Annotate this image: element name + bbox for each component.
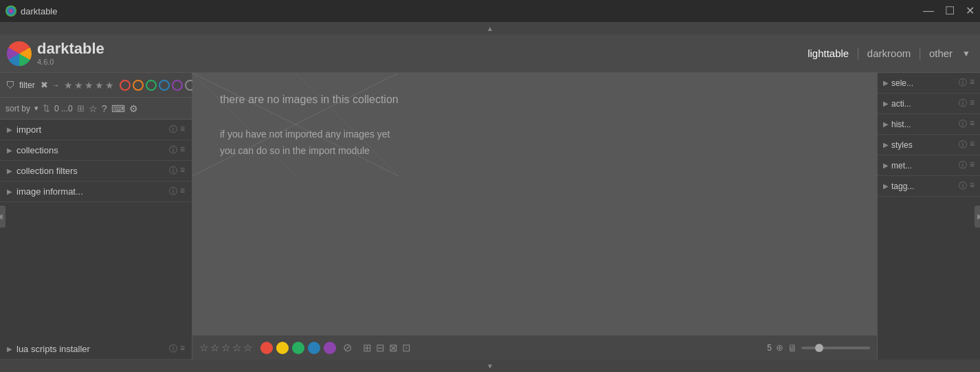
label-red[interactable]: [260, 342, 273, 354]
right-scroll-handle[interactable]: ▶: [975, 206, 980, 228]
right-module-styles[interactable]: ▶ styles ⓘ ≡: [878, 135, 980, 155]
right-menu-styles[interactable]: ≡: [970, 139, 975, 151]
sidebar-spacer: [0, 202, 192, 339]
maximize-button[interactable]: ☐: [945, 6, 955, 17]
import-hint-line2: you can do so in the import module: [220, 143, 390, 160]
rate-star-1[interactable]: ☆: [199, 342, 208, 354]
culling-view-icon[interactable]: ⊠: [389, 342, 398, 354]
right-menu-tagging[interactable]: ≡: [970, 180, 975, 192]
module-info-collections[interactable]: ⓘ: [169, 144, 177, 156]
nav-darkroom[interactable]: darkroom: [863, 45, 915, 62]
module-lua-scripts[interactable]: ▶ lua scripts installer ⓘ ≡: [0, 339, 192, 360]
rate-star-5[interactable]: ☆: [243, 342, 252, 354]
module-collections[interactable]: ▶ collections ⓘ ≡: [0, 140, 192, 161]
grid-view-icon[interactable]: ⊞: [363, 342, 372, 354]
right-menu-select[interactable]: ≡: [970, 77, 975, 89]
right-module-history[interactable]: ▶ hist... ⓘ ≡: [878, 114, 980, 135]
filter-clear-icon[interactable]: ✖: [41, 80, 48, 90]
label-purple[interactable]: [324, 342, 336, 354]
right-module-select[interactable]: ▶ sele... ⓘ ≡: [878, 73, 980, 94]
color-orange-filter[interactable]: [133, 80, 144, 91]
label-green[interactable]: [292, 342, 304, 354]
minimize-button[interactable]: —: [923, 6, 934, 17]
star-3[interactable]: ★: [85, 80, 93, 91]
help-icon[interactable]: ?: [102, 103, 107, 114]
star-filter[interactable]: ★ ★ ★ ★ ★: [64, 80, 114, 91]
right-name-tagging: tagg...: [891, 182, 956, 191]
right-info-styles[interactable]: ⓘ: [959, 139, 967, 151]
color-blue-filter[interactable]: [159, 80, 170, 91]
right-info-metadata[interactable]: ⓘ: [959, 160, 967, 171]
zoom-monitor-icon[interactable]: 🖥: [788, 342, 797, 353]
label-blue[interactable]: [308, 342, 320, 354]
zoom-in-icon[interactable]: ⊕: [776, 342, 783, 353]
module-info-lua[interactable]: ⓘ: [169, 343, 177, 355]
right-menu-actions[interactable]: ≡: [970, 98, 975, 109]
label-yellow[interactable]: [276, 342, 289, 354]
zoom-slider-area: 5 ⊕ 🖥: [767, 342, 870, 353]
right-info-tagging[interactable]: ⓘ: [959, 180, 967, 192]
module-menu-lua[interactable]: ≡: [180, 343, 185, 355]
scroll-arrow-bottom[interactable]: [0, 360, 980, 372]
module-menu-image[interactable]: ≡: [180, 186, 185, 197]
scroll-arrow-top[interactable]: [0, 22, 980, 34]
module-arrow-image-info: ▶: [7, 188, 12, 195]
module-image-info[interactable]: ▶ image informat... ⓘ ≡: [0, 182, 192, 202]
copy-icon[interactable]: ⊞: [77, 103, 85, 113]
rate-star-4[interactable]: ☆: [232, 342, 241, 354]
right-arrow-tagging: ▶: [883, 182, 889, 190]
title-bar-app-name: darktable: [21, 6, 57, 17]
preview-icon[interactable]: ⊡: [402, 342, 411, 354]
module-arrow-filters: ▶: [7, 167, 12, 175]
left-sidebar: ⛉ filter ✖ → ★ ★ ★ ★ ★: [0, 73, 192, 360]
reject-icon[interactable]: ⊘: [343, 341, 352, 354]
module-info-image[interactable]: ⓘ: [169, 186, 177, 197]
module-collection-filters[interactable]: ▶ collection filters ⓘ ≡: [0, 161, 192, 182]
rate-star-2[interactable]: ☆: [210, 342, 219, 354]
nav-dropdown-icon[interactable]: ▼: [962, 49, 970, 58]
star-4[interactable]: ★: [95, 80, 104, 91]
right-module-actions[interactable]: ▶ acti... ⓘ ≡: [878, 94, 980, 114]
right-menu-metadata[interactable]: ≡: [970, 160, 975, 171]
nav-other[interactable]: other: [925, 45, 957, 62]
color-red-filter[interactable]: [120, 80, 131, 91]
zoom-slider[interactable]: [801, 347, 870, 349]
filter-arrow-icon: →: [52, 81, 60, 89]
close-button[interactable]: ✕: [966, 6, 975, 17]
module-info-import[interactable]: ⓘ: [169, 124, 177, 135]
zoom-count: 5: [767, 343, 772, 353]
module-info-filters[interactable]: ⓘ: [169, 165, 177, 177]
right-menu-history[interactable]: ≡: [970, 118, 975, 130]
color-green-filter[interactable]: [146, 80, 157, 91]
star-5[interactable]: ★: [105, 80, 114, 91]
zoomable-view-icon[interactable]: ⊟: [376, 342, 385, 354]
settings-icon[interactable]: ⚙: [129, 103, 138, 114]
right-actions-metadata: ⓘ ≡: [959, 160, 975, 171]
image-area: there are no images in this collection i…: [192, 73, 877, 335]
color-labels: [260, 342, 336, 354]
star-2[interactable]: ★: [74, 80, 83, 91]
module-import[interactable]: ▶ import ⓘ ≡: [0, 120, 192, 140]
title-bar: darktable — ☐ ✕: [0, 0, 980, 22]
zoom-thumb[interactable]: [815, 344, 823, 352]
module-menu-filters[interactable]: ≡: [180, 165, 185, 177]
star-icon[interactable]: ☆: [89, 103, 98, 114]
keyboard-icon[interactable]: ⌨: [111, 103, 125, 114]
right-info-select[interactable]: ⓘ: [959, 77, 967, 89]
module-name-lua: lua scripts installer: [16, 344, 165, 354]
module-menu-import[interactable]: ≡: [180, 124, 185, 135]
rate-star-3[interactable]: ☆: [221, 342, 230, 354]
import-hint: if you have not imported any images yet …: [220, 127, 390, 160]
module-actions-import: ⓘ ≡: [169, 124, 185, 135]
color-purple-filter[interactable]: [172, 80, 183, 91]
left-scroll-handle[interactable]: ◀: [0, 206, 5, 228]
module-menu-collections[interactable]: ≡: [180, 144, 185, 156]
right-module-metadata[interactable]: ▶ met... ⓘ ≡: [878, 155, 980, 176]
star-1[interactable]: ★: [64, 80, 73, 91]
right-info-history[interactable]: ⓘ: [959, 118, 967, 130]
sort-dropdown[interactable]: ▾: [34, 104, 38, 113]
right-info-actions[interactable]: ⓘ: [959, 98, 967, 109]
sort-order-icon[interactable]: ⇅: [43, 103, 50, 113]
right-module-tagging[interactable]: ▶ tagg... ⓘ ≡: [878, 176, 980, 197]
nav-lighttable[interactable]: lighttable: [803, 45, 853, 62]
